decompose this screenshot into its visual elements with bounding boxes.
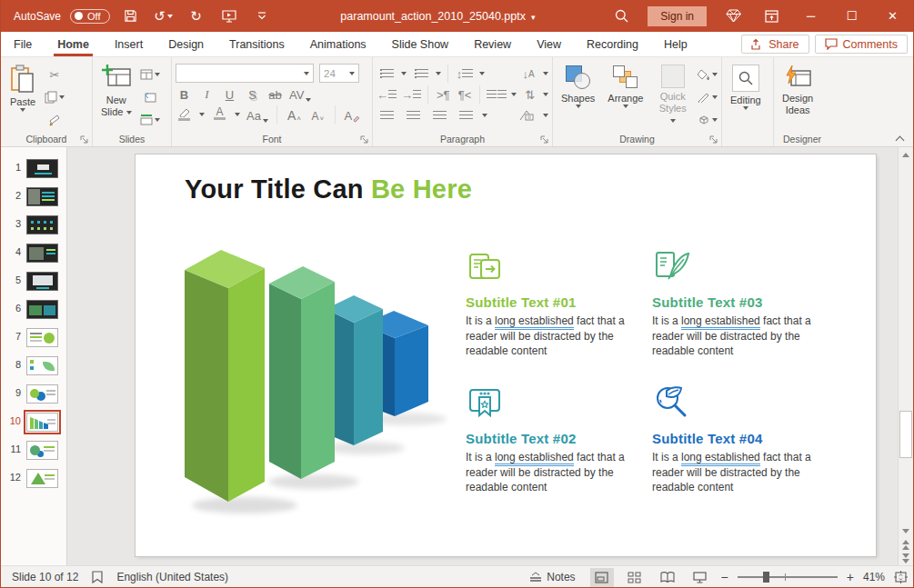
tab-home[interactable]: Home [45,32,102,56]
tab-review[interactable]: Review [461,32,524,56]
bold-button[interactable]: B [176,85,193,103]
change-case-button[interactable]: Aa [246,106,268,124]
decrease-indent-button[interactable]: ← [377,85,397,104]
highlight-color-button[interactable] [176,106,193,124]
slide-thumbnail-6[interactable] [26,300,58,319]
italic-button[interactable]: I [198,85,216,103]
fit-to-window-icon[interactable] [894,571,908,583]
editing-button[interactable]: Editing [726,62,766,132]
gem-icon[interactable] [714,0,752,32]
slide-thumbnail-11[interactable] [26,441,58,460]
thumbnail-row-6[interactable]: 6 [1,295,66,324]
reading-view-button[interactable] [656,568,679,587]
increase-indent-button[interactable]: → [401,85,421,104]
strikethrough-button[interactable]: ab [266,85,284,103]
scrollbar-thumb[interactable] [899,411,912,458]
thumbnail-row-8[interactable]: 8 [1,352,66,380]
drawing-dialog-launcher[interactable] [709,135,718,145]
font-size-combobox[interactable]: 24 [319,64,359,83]
undo-icon[interactable]: ↺ [152,5,176,28]
save-icon[interactable] [119,5,143,28]
thumbnail-row-12[interactable]: 12 [1,464,66,493]
thumbnail-row-3[interactable]: 3 [1,211,66,239]
normal-view-button[interactable] [590,568,614,587]
subtitle-block-03[interactable]: Subtitle Text #03 It is a long establish… [652,248,830,359]
slideshow-view-button[interactable] [688,568,712,587]
slide-sorter-view-button[interactable] [623,568,647,587]
zoom-slider[interactable] [738,576,838,578]
next-slide-button[interactable] [899,552,913,565]
shrink-font-button[interactable]: A˅ [309,106,326,124]
thumbnail-row-1[interactable]: 1 [1,154,66,183]
arrange-button[interactable]: Arrange [603,62,648,132]
copy-icon[interactable] [45,88,65,106]
numbering-button[interactable] [411,65,431,83]
slide-thumbnail-7[interactable] [26,328,58,347]
design-ideas-button[interactable]: DesignIdeas [778,62,818,132]
shape-fill-icon[interactable] [698,65,718,84]
bullets-button[interactable] [377,65,397,83]
slide-thumbnail-12[interactable] [26,469,58,488]
format-painter-icon[interactable] [45,111,65,129]
slide-thumbnail-8[interactable] [26,356,58,375]
comments-button[interactable]: Comments [815,35,908,54]
slide-canvas[interactable]: Your Title Can Be Here [136,154,876,556]
zoom-percentage[interactable]: 41% [863,571,885,583]
tab-help[interactable]: Help [651,32,700,56]
section-icon[interactable] [140,111,160,129]
shape-effects-icon[interactable] [698,111,718,129]
tab-insert[interactable]: Insert [102,32,156,56]
slide-thumbnail-10-selected[interactable] [26,413,58,432]
new-slide-button[interactable]: NewSlide [96,62,136,132]
thumbnail-row-2[interactable]: 2 [1,183,66,211]
tab-view[interactable]: View [524,32,574,56]
close-icon[interactable]: ✕ [872,0,913,32]
ltr-button[interactable]: >¶ [435,85,452,104]
font-dialog-launcher[interactable] [360,135,369,145]
justify-button[interactable] [456,106,476,125]
customize-qat-icon[interactable] [250,5,274,28]
start-slideshow-icon[interactable] [217,5,241,28]
search-icon[interactable] [602,0,640,32]
character-spacing-button[interactable]: AV [289,85,311,103]
cut-icon[interactable]: ✂ [45,65,65,84]
thumbnail-row-11[interactable]: 11 [1,436,66,464]
zoom-out-button[interactable]: − [721,570,728,584]
font-color-button[interactable]: A [211,106,228,124]
align-text-button[interactable]: ⇅ [521,85,538,104]
tab-transitions[interactable]: Transitions [216,32,297,56]
clipboard-dialog-launcher[interactable] [80,135,89,145]
shapes-button[interactable]: Shapes [557,62,599,132]
smartart-button[interactable] [517,106,537,125]
subtitle-block-01[interactable]: Subtitle Text #01 It is a long establish… [466,248,644,359]
maximize-icon[interactable]: ☐ [831,0,872,32]
quick-styles-button[interactable]: QuickStyles [651,62,694,132]
clear-formatting-button[interactable]: A [344,106,361,124]
subtitle-block-02[interactable]: Subtitle Text #02 It is a long establish… [466,384,644,495]
ribbon-display-options-icon[interactable] [752,0,790,32]
text-shadow-button[interactable]: S [244,85,261,103]
language-status[interactable]: English (United States) [116,571,228,583]
slide-thumbnail-9[interactable] [26,384,58,404]
vertical-scrollbar[interactable] [898,147,913,565]
columns-button[interactable] [487,85,507,104]
shape-outline-icon[interactable] [698,88,718,106]
slide-thumbnail-1[interactable] [26,159,58,178]
grow-font-button[interactable]: A˄ [286,106,303,124]
rtl-button[interactable]: ¶< [457,85,474,104]
subtitle-block-04[interactable]: Subtitle Text #04 It is a long establish… [652,384,830,495]
reset-slide-icon[interactable] [140,88,160,106]
paragraph-dialog-launcher[interactable] [540,135,549,145]
sign-in-button[interactable]: Sign in [648,6,707,26]
document-title[interactable]: paramount_action_2010_25040.pptx▾ [274,10,603,23]
slide-counter[interactable]: Slide 10 of 12 [12,571,78,583]
thumbnail-row-9[interactable]: 9 [1,380,66,408]
notes-button[interactable]: Notes [524,568,580,587]
tab-recording[interactable]: Recording [574,32,651,56]
tab-slideshow[interactable]: Slide Show [379,32,462,56]
paste-button[interactable]: Paste [5,62,41,132]
redo-icon[interactable]: ↻ [185,5,208,28]
tab-file[interactable]: File [1,32,45,56]
align-right-button[interactable] [429,106,449,125]
scroll-down-icon[interactable] [899,523,913,538]
